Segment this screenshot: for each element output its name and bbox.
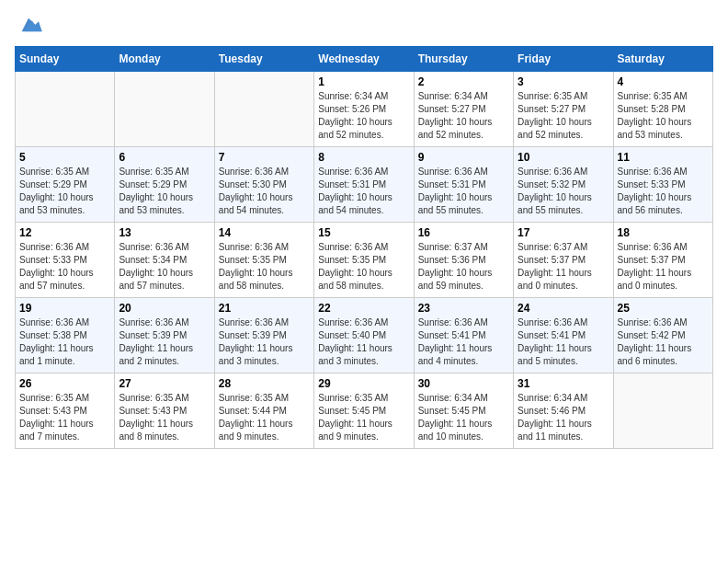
calendar-cell: 17Sunrise: 6:37 AM Sunset: 5:37 PM Dayli…: [514, 223, 613, 298]
calendar-cell: 7Sunrise: 6:36 AM Sunset: 5:30 PM Daylig…: [214, 147, 313, 223]
day-number: 29: [318, 377, 409, 390]
day-info: Sunrise: 6:36 AM Sunset: 5:33 PM Dayligh…: [618, 166, 709, 217]
calendar-cell: 23Sunrise: 6:36 AM Sunset: 5:41 PM Dayli…: [414, 298, 513, 373]
page-header: [15, 15, 713, 35]
day-info: Sunrise: 6:36 AM Sunset: 5:30 PM Dayligh…: [219, 166, 310, 217]
day-info: Sunrise: 6:36 AM Sunset: 5:37 PM Dayligh…: [618, 241, 709, 293]
day-info: Sunrise: 6:35 AM Sunset: 5:43 PM Dayligh…: [119, 392, 210, 443]
calendar-cell: 9Sunrise: 6:36 AM Sunset: 5:31 PM Daylig…: [414, 147, 513, 223]
calendar-cell: 25Sunrise: 6:36 AM Sunset: 5:42 PM Dayli…: [613, 298, 712, 373]
day-number: 11: [618, 151, 709, 164]
day-number: 2: [418, 75, 509, 88]
calendar-cell: [613, 373, 712, 449]
day-info: Sunrise: 6:36 AM Sunset: 5:40 PM Dayligh…: [318, 316, 409, 368]
day-number: 22: [318, 302, 409, 315]
logo: [15, 15, 46, 35]
calendar-cell: 11Sunrise: 6:36 AM Sunset: 5:33 PM Dayli…: [613, 147, 712, 223]
day-number: 5: [19, 151, 110, 164]
day-info: Sunrise: 6:36 AM Sunset: 5:35 PM Dayligh…: [318, 241, 409, 293]
calendar-cell: 6Sunrise: 6:35 AM Sunset: 5:29 PM Daylig…: [115, 147, 214, 223]
calendar-cell: 22Sunrise: 6:36 AM Sunset: 5:40 PM Dayli…: [314, 298, 414, 373]
calendar-week-row: 1Sunrise: 6:34 AM Sunset: 5:26 PM Daylig…: [16, 72, 713, 147]
day-info: Sunrise: 6:35 AM Sunset: 5:29 PM Dayligh…: [119, 166, 210, 217]
calendar-cell: 2Sunrise: 6:34 AM Sunset: 5:27 PM Daylig…: [414, 72, 513, 147]
calendar-week-row: 19Sunrise: 6:36 AM Sunset: 5:38 PM Dayli…: [16, 298, 713, 373]
calendar-week-row: 26Sunrise: 6:35 AM Sunset: 5:43 PM Dayli…: [16, 373, 713, 449]
calendar-week-row: 12Sunrise: 6:36 AM Sunset: 5:33 PM Dayli…: [16, 223, 713, 298]
calendar-cell: 20Sunrise: 6:36 AM Sunset: 5:39 PM Dayli…: [115, 298, 214, 373]
day-info: Sunrise: 6:35 AM Sunset: 5:43 PM Dayligh…: [19, 392, 110, 443]
day-number: 12: [19, 226, 110, 239]
day-info: Sunrise: 6:34 AM Sunset: 5:46 PM Dayligh…: [518, 392, 609, 443]
day-number: 21: [219, 302, 310, 315]
calendar-cell: [214, 72, 313, 147]
calendar-cell: 15Sunrise: 6:36 AM Sunset: 5:35 PM Dayli…: [314, 223, 414, 298]
weekday-header: Monday: [115, 47, 214, 72]
day-number: 20: [119, 302, 210, 315]
calendar-cell: 1Sunrise: 6:34 AM Sunset: 5:26 PM Daylig…: [314, 72, 414, 147]
day-number: 17: [518, 226, 609, 239]
day-info: Sunrise: 6:36 AM Sunset: 5:39 PM Dayligh…: [119, 316, 210, 368]
day-number: 16: [418, 226, 509, 239]
calendar-cell: 30Sunrise: 6:34 AM Sunset: 5:45 PM Dayli…: [414, 373, 513, 449]
calendar-cell: 8Sunrise: 6:36 AM Sunset: 5:31 PM Daylig…: [314, 147, 414, 223]
day-number: 9: [418, 151, 509, 164]
day-info: Sunrise: 6:35 AM Sunset: 5:44 PM Dayligh…: [219, 392, 310, 443]
calendar-cell: 12Sunrise: 6:36 AM Sunset: 5:33 PM Dayli…: [16, 223, 115, 298]
calendar-table: SundayMondayTuesdayWednesdayThursdayFrid…: [15, 46, 713, 449]
day-info: Sunrise: 6:35 AM Sunset: 5:27 PM Dayligh…: [518, 90, 609, 142]
day-info: Sunrise: 6:34 AM Sunset: 5:45 PM Dayligh…: [418, 392, 509, 443]
day-info: Sunrise: 6:36 AM Sunset: 5:34 PM Dayligh…: [119, 241, 210, 293]
weekday-header: Saturday: [613, 47, 712, 72]
day-number: 14: [219, 226, 310, 239]
day-number: 13: [119, 226, 210, 239]
day-number: 31: [518, 377, 609, 390]
weekday-header: Wednesday: [314, 47, 414, 72]
day-number: 24: [518, 302, 609, 315]
weekday-header: Thursday: [414, 47, 513, 72]
day-info: Sunrise: 6:35 AM Sunset: 5:29 PM Dayligh…: [19, 166, 110, 217]
day-info: Sunrise: 6:34 AM Sunset: 5:27 PM Dayligh…: [418, 90, 509, 142]
calendar-cell: 10Sunrise: 6:36 AM Sunset: 5:32 PM Dayli…: [514, 147, 613, 223]
calendar-cell: 3Sunrise: 6:35 AM Sunset: 5:27 PM Daylig…: [514, 72, 613, 147]
calendar-week-row: 5Sunrise: 6:35 AM Sunset: 5:29 PM Daylig…: [16, 147, 713, 223]
calendar-cell: 13Sunrise: 6:36 AM Sunset: 5:34 PM Dayli…: [115, 223, 214, 298]
calendar-cell: 21Sunrise: 6:36 AM Sunset: 5:39 PM Dayli…: [214, 298, 313, 373]
day-number: 10: [518, 151, 609, 164]
calendar-cell: 27Sunrise: 6:35 AM Sunset: 5:43 PM Dayli…: [115, 373, 214, 449]
weekday-header: Tuesday: [214, 47, 313, 72]
day-number: 7: [219, 151, 310, 164]
weekday-header: Sunday: [16, 47, 115, 72]
day-number: 26: [19, 377, 110, 390]
logo-icon: [15, 15, 42, 35]
calendar-cell: 26Sunrise: 6:35 AM Sunset: 5:43 PM Dayli…: [16, 373, 115, 449]
day-number: 4: [618, 75, 709, 88]
day-number: 15: [318, 226, 409, 239]
day-info: Sunrise: 6:37 AM Sunset: 5:36 PM Dayligh…: [418, 241, 509, 293]
day-number: 23: [418, 302, 509, 315]
calendar-cell: 19Sunrise: 6:36 AM Sunset: 5:38 PM Dayli…: [16, 298, 115, 373]
calendar-cell: 31Sunrise: 6:34 AM Sunset: 5:46 PM Dayli…: [514, 373, 613, 449]
day-info: Sunrise: 6:36 AM Sunset: 5:31 PM Dayligh…: [418, 166, 509, 217]
day-number: 30: [418, 377, 509, 390]
day-number: 1: [318, 75, 409, 88]
day-info: Sunrise: 6:35 AM Sunset: 5:45 PM Dayligh…: [318, 392, 409, 443]
calendar-cell: 24Sunrise: 6:36 AM Sunset: 5:41 PM Dayli…: [514, 298, 613, 373]
calendar-cell: [115, 72, 214, 147]
day-number: 6: [119, 151, 210, 164]
day-info: Sunrise: 6:36 AM Sunset: 5:41 PM Dayligh…: [518, 316, 609, 368]
calendar-cell: 28Sunrise: 6:35 AM Sunset: 5:44 PM Dayli…: [214, 373, 313, 449]
day-info: Sunrise: 6:36 AM Sunset: 5:41 PM Dayligh…: [418, 316, 509, 368]
day-info: Sunrise: 6:36 AM Sunset: 5:33 PM Dayligh…: [19, 241, 110, 293]
day-info: Sunrise: 6:36 AM Sunset: 5:39 PM Dayligh…: [219, 316, 310, 368]
calendar-cell: 14Sunrise: 6:36 AM Sunset: 5:35 PM Dayli…: [214, 223, 313, 298]
day-number: 28: [219, 377, 310, 390]
day-info: Sunrise: 6:36 AM Sunset: 5:38 PM Dayligh…: [19, 316, 110, 368]
day-info: Sunrise: 6:36 AM Sunset: 5:42 PM Dayligh…: [618, 316, 709, 368]
calendar-cell: 4Sunrise: 6:35 AM Sunset: 5:28 PM Daylig…: [613, 72, 712, 147]
weekday-header: Friday: [514, 47, 613, 72]
calendar-cell: 16Sunrise: 6:37 AM Sunset: 5:36 PM Dayli…: [414, 223, 513, 298]
calendar-header: SundayMondayTuesdayWednesdayThursdayFrid…: [16, 47, 713, 72]
day-number: 18: [618, 226, 709, 239]
day-info: Sunrise: 6:35 AM Sunset: 5:28 PM Dayligh…: [618, 90, 709, 142]
